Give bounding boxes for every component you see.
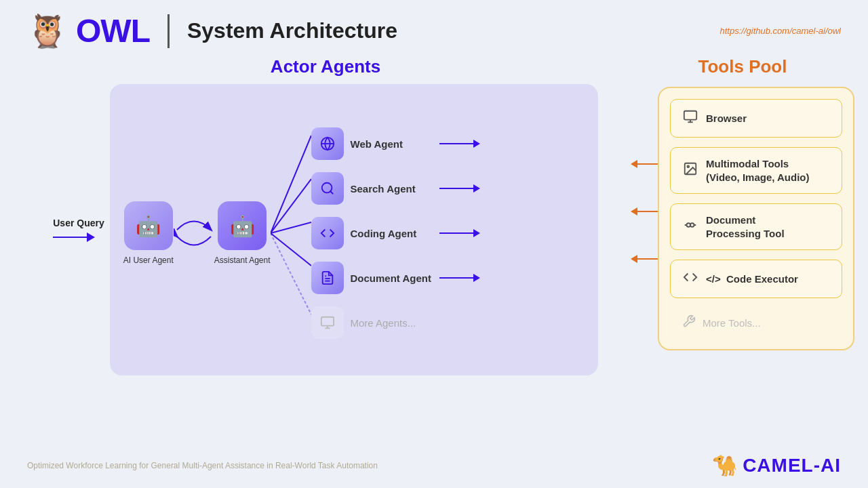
web-agent-arrow: [439, 127, 480, 160]
code-executor-label: </> Code Executor: [706, 272, 798, 286]
header-left: 🦉 OWL System Architecture: [27, 12, 397, 49]
svg-point-7: [321, 183, 332, 193]
coding-agent-row: Coding Agent: [311, 217, 431, 249]
browser-return-arrow-spacer: [631, 98, 658, 136]
search-agent-icon: [311, 172, 344, 205]
svg-point-20: [690, 223, 694, 227]
footer: Optimized Workforce Learning for General…: [27, 453, 841, 477]
document-agent-label: Document Agent: [351, 272, 431, 284]
doc-processing-tool: DocumentProcessing Tool: [670, 203, 842, 250]
system-architecture-title: System Architecture: [187, 18, 397, 43]
tools-pool-section: Tools Pool: [644, 56, 841, 350]
multimodal-tool-label: Multimodal Tools(Video, Image, Audio): [706, 157, 810, 184]
owl-icon: 🦉: [27, 15, 68, 47]
return-arrows-col: [631, 87, 658, 317]
sub-agent-to-tool-arrows: [439, 127, 480, 339]
curved-arrows: [174, 199, 214, 267]
document-agent-arrow: [439, 262, 480, 294]
multimodal-return-arrow: [631, 145, 658, 183]
code-executor-tool: </> Code Executor: [670, 260, 842, 298]
svg-line-3: [271, 233, 311, 266]
camel-ai-logo: 🐪 CAMEL-AI: [712, 453, 841, 477]
document-agent-icon: [311, 262, 344, 294]
header: 🦉 OWL System Architecture https://github…: [0, 0, 868, 49]
more-agents-label: More Agents...: [351, 317, 416, 329]
actor-box: 🤖 AI User Agent: [110, 84, 598, 375]
browser-tool-label: Browser: [706, 112, 747, 125]
search-agent-label: Search Agent: [351, 183, 416, 195]
doc-processing-tool-label: DocumentProcessing Tool: [706, 214, 785, 240]
browser-tool: Browser: [670, 99, 842, 138]
browser-icon: [683, 109, 698, 127]
tools-with-return-arrows: Browser Multimodal Tools(Video, Image, A…: [631, 87, 854, 350]
tools-pool-title: Tools Pool: [698, 56, 787, 77]
web-agent-label: Web Agent: [351, 138, 403, 150]
svg-point-18: [687, 165, 689, 167]
sub-agents-column: Web Agent Search Agent: [311, 127, 431, 339]
header-divider: [167, 14, 170, 48]
web-agent-row: Web Agent: [311, 127, 431, 160]
more-tools-label: More Tools...: [703, 317, 761, 329]
code-executor-icon: [683, 270, 698, 288]
multimodal-tool: Multimodal Tools(Video, Image, Audio): [670, 147, 842, 194]
camel-brand-label: CAMEL-AI: [743, 455, 841, 476]
svg-rect-11: [321, 317, 333, 326]
more-tools-return-spacer: [631, 287, 658, 317]
doc-processing-icon: [683, 218, 698, 236]
multimodal-icon: [683, 161, 698, 180]
search-agent-row: Search Agent: [311, 172, 431, 205]
svg-rect-14: [684, 111, 696, 120]
doc-return-arrow: [631, 192, 658, 230]
more-tools-icon: [682, 314, 696, 331]
svg-line-8: [330, 191, 333, 194]
code-return-arrow: [631, 240, 658, 278]
coding-agent-label: Coding Agent: [351, 228, 417, 239]
user-query-label: User Query: [53, 218, 104, 228]
user-query-arrow: [53, 232, 95, 242]
svg-line-1: [271, 179, 311, 233]
ai-user-agent: 🤖 AI User Agent: [123, 201, 174, 265]
tools-pool-box: Browser Multimodal Tools(Video, Image, A…: [658, 87, 854, 350]
search-agent-arrow: [439, 172, 480, 205]
more-agents-spacer: [439, 306, 480, 339]
svg-line-4: [271, 233, 311, 314]
ai-user-agent-icon: 🤖: [124, 201, 173, 250]
fanout-lines: [271, 111, 311, 355]
actor-agents-title: Actor Agents: [271, 56, 380, 77]
web-agent-icon: [311, 127, 344, 160]
main-content: Actor Agents User Query 🤖 AI User Age: [0, 49, 868, 439]
camel-icon: 🐪: [712, 453, 737, 477]
coding-agent-icon: [311, 217, 344, 249]
coding-agent-arrow: [439, 217, 480, 249]
assistant-agent-icon: 🤖: [218, 201, 267, 250]
assistant-agent: 🤖 Assistant Agent: [214, 201, 271, 265]
document-agent-row: Document Agent: [311, 262, 431, 294]
more-tools: More Tools...: [670, 308, 842, 338]
footer-tagline: Optimized Workforce Learning for General…: [27, 461, 378, 470]
ai-user-agent-label: AI User Agent: [123, 256, 174, 265]
svg-line-0: [271, 136, 311, 233]
github-link[interactable]: https://github.com/camel-ai/owl: [720, 26, 841, 36]
actor-agents-section: Actor Agents User Query 🤖 AI User Age: [27, 56, 624, 375]
more-agents-row: More Agents...: [311, 306, 431, 339]
assistant-agent-label: Assistant Agent: [214, 256, 271, 265]
owl-title: OWL: [76, 12, 150, 49]
more-agents-icon: [311, 306, 344, 339]
